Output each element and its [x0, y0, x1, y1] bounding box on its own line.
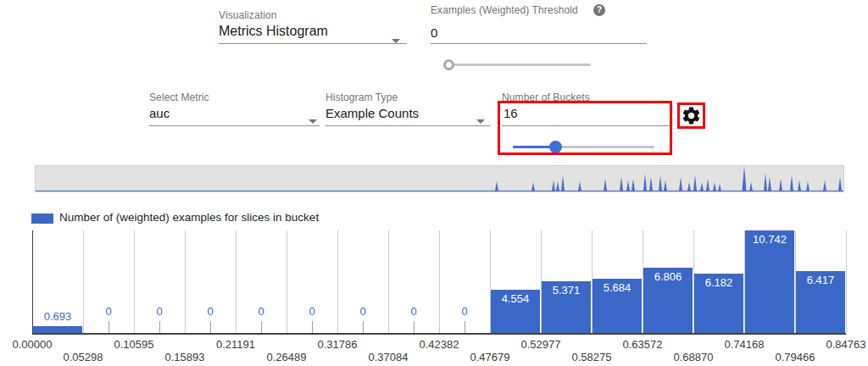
- threshold-input[interactable]: 0: [431, 25, 437, 40]
- number-of-buckets-underline: [502, 125, 670, 126]
- x-tick-label: 0.84763: [812, 338, 868, 351]
- number-of-buckets-field: Number of Buckets 16: [502, 92, 671, 159]
- x-tick-label: 0.63572: [609, 338, 676, 351]
- select-metric-value: auc: [149, 106, 170, 120]
- slice-overview-strip[interactable]: [35, 165, 844, 192]
- chevron-down-icon[interactable]: [309, 119, 317, 124]
- zero-bar-tick: [312, 321, 313, 333]
- bar-value-label: 10.742: [744, 233, 795, 246]
- threshold-slider-handle[interactable]: [443, 59, 454, 70]
- slice-spike: [604, 179, 607, 191]
- bar-value-label: 5.371: [541, 284, 592, 297]
- select-metric-field: Select Metric auc: [149, 92, 320, 130]
- slice-spike: [838, 177, 842, 191]
- x-tick-label: 0.26489: [253, 351, 320, 363]
- histogram-bar[interactable]: [33, 326, 82, 333]
- threshold-slider-track[interactable]: [449, 64, 591, 66]
- x-tick-label: 0.00000: [0, 338, 66, 351]
- slice-spike: [764, 173, 767, 191]
- select-metric-dropdown[interactable]: auc: [149, 106, 170, 120]
- bar-value-label: 5.684: [592, 281, 643, 294]
- zero-bar-tick: [159, 321, 160, 333]
- bar-value-label: 4.554: [490, 292, 541, 305]
- slice-spike: [626, 180, 630, 191]
- bar-value-label: 0: [83, 305, 134, 318]
- bar-value-label: 6.417: [795, 274, 846, 286]
- slice-spike: [693, 175, 697, 191]
- slice-spike: [790, 175, 793, 191]
- slice-spike: [718, 184, 721, 191]
- slice-spike: [823, 180, 826, 191]
- settings-gear-button[interactable]: [681, 105, 702, 126]
- visualization-value: Metrics Histogram: [219, 24, 328, 38]
- select-metric-label: Select Metric: [149, 92, 320, 103]
- slice-spike: [713, 182, 716, 191]
- select-metric-underline: [149, 125, 320, 126]
- bar-value-label: 0.693: [32, 310, 83, 323]
- bar-value-label: 0: [287, 305, 337, 318]
- x-tick-label: 0.21191: [202, 338, 270, 351]
- slice-spike: [556, 181, 559, 191]
- slice-spike: [531, 182, 535, 191]
- slice-spike: [643, 174, 647, 191]
- histogram-bar[interactable]: [745, 230, 794, 333]
- zero-bar-tick: [261, 321, 262, 333]
- slice-spike: [552, 180, 555, 191]
- x-axis-labels: 0.000000.052980.105950.158930.211910.264…: [32, 335, 846, 364]
- bar-value-label: 0: [236, 305, 287, 318]
- bar-value-label: 0: [185, 305, 236, 318]
- x-tick-label: 0.15893: [151, 351, 219, 363]
- bar-value-label: 6.806: [643, 270, 693, 283]
- visualization-dropdown[interactable]: Metrics Histogram: [219, 24, 328, 39]
- slice-spike: [779, 179, 782, 191]
- histogram-plot: 0.693000000004.5545.3715.6846.8066.18210…: [32, 230, 846, 335]
- x-tick-label: 0.68870: [659, 351, 727, 363]
- x-tick-label: 0.52977: [507, 338, 575, 351]
- zero-bar-tick: [414, 321, 415, 333]
- visualization-label: Visualization: [219, 9, 407, 21]
- legend-label: Number of (weighted) examples for slices…: [59, 211, 319, 224]
- slice-spike: [659, 175, 662, 191]
- zero-bar-tick: [363, 321, 364, 333]
- slice-spike: [495, 181, 498, 191]
- number-of-buckets-input[interactable]: 16: [504, 106, 518, 120]
- slice-spike: [578, 181, 581, 191]
- zero-bar-tick: [465, 321, 465, 333]
- slice-spike: [632, 179, 635, 191]
- slice-spike: [679, 177, 682, 191]
- x-tick-label: 0.47679: [456, 351, 524, 363]
- slice-spike: [561, 175, 565, 191]
- threshold-label: Examples (Weighted) Threshold: [431, 4, 651, 16]
- slice-spike: [687, 182, 691, 191]
- buckets-slider-handle[interactable]: [549, 141, 562, 153]
- x-tick-label: 0.42382: [405, 338, 473, 351]
- threshold-underline: [431, 43, 647, 44]
- histogram-type-dropdown[interactable]: Example Counts: [326, 106, 419, 120]
- histogram-type-value: Example Counts: [326, 106, 419, 120]
- legend-color-swatch: [31, 214, 53, 224]
- slice-spike: [768, 177, 771, 191]
- x-tick-label: 0.31786: [303, 338, 371, 351]
- gear-icon: [681, 105, 702, 126]
- visualization-field: Visualization Metrics Histogram: [219, 9, 407, 47]
- x-tick-label: 0.37084: [354, 351, 422, 363]
- slice-spike: [749, 182, 753, 191]
- x-tick-label: 0.58275: [558, 351, 626, 363]
- slice-spikes-sparkline: [36, 166, 843, 191]
- slice-spike: [706, 179, 709, 191]
- help-icon[interactable]: ?: [593, 4, 605, 16]
- bar-value-label: 0: [337, 305, 388, 318]
- slice-spike: [664, 180, 667, 191]
- tfma-metrics-histogram-view: Visualization Metrics Histogram Examples…: [0, 0, 868, 366]
- histogram-type-field: Histogram Type Example Counts: [326, 92, 490, 130]
- sparkline-baseline: [36, 191, 843, 191]
- gridline: [846, 230, 847, 333]
- threshold-field: Examples (Weighted) Threshold ? 0: [431, 4, 651, 72]
- bar-value-label: 0: [134, 305, 185, 318]
- metrics-histogram-chart: 0.693000000004.5545.3715.6846.8066.18210…: [32, 230, 846, 364]
- number-of-buckets-label: Number of Buckets: [502, 92, 671, 103]
- zero-bar-tick: [210, 321, 211, 333]
- slice-spike: [742, 166, 746, 191]
- chevron-down-icon[interactable]: [476, 119, 485, 124]
- x-tick-label: 0.10595: [100, 338, 168, 351]
